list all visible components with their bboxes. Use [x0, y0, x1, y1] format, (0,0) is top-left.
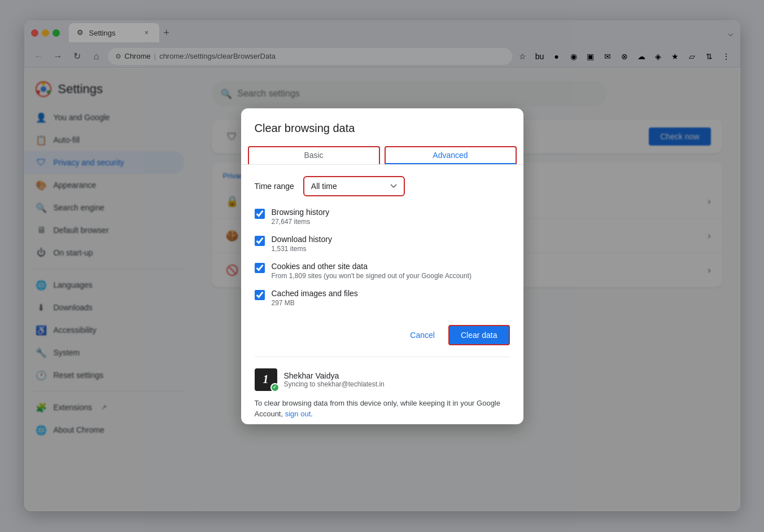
checkbox-wrap-3 [255, 262, 265, 275]
checkbox-content-4: Cached images and files 297 MB [272, 289, 508, 307]
cookies-label: Cookies and other site data [272, 262, 508, 271]
clear-browsing-data-dialog: Clear browsing data Basic Advanced Time … [241, 108, 523, 424]
clear-data-button[interactable]: Clear data [448, 325, 510, 345]
user-avatar-initial: 1 [263, 373, 269, 386]
time-range-select[interactable]: All time Last 4 weeks Last 7 days Last 2… [303, 176, 405, 196]
tab-basic[interactable]: Basic [248, 146, 380, 164]
user-name: Shekhar Vaidya [284, 371, 510, 380]
checkbox-list: Browsing history 27,647 items Download h… [255, 208, 510, 307]
dialog-tabs: Basic Advanced [241, 144, 523, 165]
checkbox-content-3: Cookies and other site data From 1,809 s… [272, 262, 508, 280]
checkbox-content-2: Download history 1,531 items [272, 235, 508, 253]
browsing-history-label: Browsing history [272, 208, 508, 217]
cached-images-checkbox[interactable] [255, 290, 265, 300]
browsing-history-count: 27,647 items [272, 218, 508, 226]
cached-images-size: 297 MB [272, 299, 508, 307]
download-history-checkbox[interactable] [255, 236, 265, 246]
sign-out-note: To clear browsing data from this device … [241, 391, 523, 424]
user-info: Shekhar Vaidya Syncing to shekhar@techla… [284, 371, 510, 388]
time-range-label: Time range [255, 182, 294, 191]
checkbox-cookies: Cookies and other site data From 1,809 s… [255, 262, 508, 280]
dialog-body: Time range All time Last 4 weeks Last 7 … [241, 165, 523, 318]
checkbox-cached-images: Cached images and files 297 MB [255, 289, 508, 307]
sign-out-note-suffix: . [311, 410, 313, 418]
checkbox-wrap-2 [255, 235, 265, 248]
download-history-label: Download history [272, 235, 508, 244]
browsing-history-checkbox[interactable] [255, 209, 265, 219]
modal-overlay: Clear browsing data Basic Advanced Time … [0, 0, 764, 532]
sync-badge-icon [270, 383, 280, 392]
dialog-user-footer: 1 Shekhar Vaidya Syncing to shekhar@tech… [241, 357, 523, 391]
cookies-count: From 1,809 sites (you won't be signed ou… [272, 272, 508, 280]
download-history-count: 1,531 items [272, 245, 508, 253]
checkbox-wrap-4 [255, 289, 265, 302]
tab-advanced[interactable]: Advanced [385, 146, 517, 164]
cached-images-label: Cached images and files [272, 289, 508, 298]
checkbox-wrap-1 [255, 208, 265, 221]
checkbox-download-history: Download history 1,531 items [255, 235, 508, 253]
checkbox-content-1: Browsing history 27,647 items [272, 208, 508, 226]
sign-out-link[interactable]: sign out [285, 410, 311, 418]
time-range-row: Time range All time Last 4 weeks Last 7 … [255, 176, 510, 196]
checkbox-browsing-history: Browsing history 27,647 items [255, 208, 508, 226]
cookies-checkbox[interactable] [255, 263, 265, 273]
user-email: Syncing to shekhar@techlatest.in [284, 380, 510, 388]
cancel-button[interactable]: Cancel [401, 325, 444, 345]
user-avatar-wrap: 1 [255, 368, 277, 391]
dialog-actions: Cancel Clear data [241, 318, 523, 357]
dialog-title: Clear browsing data [241, 108, 523, 144]
